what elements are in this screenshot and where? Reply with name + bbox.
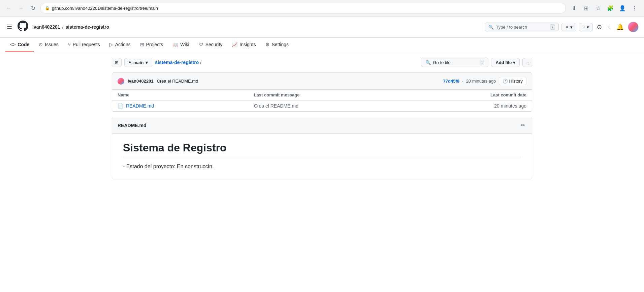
col-commit-date: Last commit date [390, 92, 526, 97]
commit-time: 20 minutes ago [466, 79, 496, 84]
nav-insights[interactable]: 📈 Insights [227, 38, 260, 52]
add-file-label: Add file [495, 60, 512, 65]
notifications-icon-button[interactable]: 🔔 [615, 22, 625, 32]
history-label: History [509, 79, 523, 84]
table-row[interactable]: 📄 README.md Crea el README.md 20 minutes… [112, 100, 532, 111]
readme-edit-button[interactable]: ✏ [519, 121, 526, 130]
translate-icon[interactable]: ⊞ [581, 3, 591, 13]
code-icon: <> [10, 42, 15, 47]
breadcrumb: Ivan0402201 / sistema-de-registro [32, 24, 109, 30]
header-left: ☰ Ivan0402201 / sistema-de-registro [5, 21, 109, 33]
col-commit-msg: Last commit message [254, 92, 390, 97]
nav-pullrequests[interactable]: ⑂ Pull requests [63, 38, 105, 52]
branch-name: main [133, 60, 143, 65]
copilot-chevron: ▾ [570, 25, 573, 30]
nav-projects-label: Projects [146, 42, 163, 47]
global-search[interactable]: 🔍 Type / to search / [485, 23, 559, 31]
nav-code-label: Code [18, 42, 29, 47]
forward-button[interactable]: → [16, 3, 26, 13]
nav-security[interactable]: 🛡 Security [194, 38, 227, 52]
issues-icon: ⊙ [39, 42, 43, 47]
header-right: 🔍 Type / to search / ✦ ▾ + ▾ ⊙ ⑂ 🔔 [485, 22, 639, 32]
goto-file-button[interactable]: 🔍 Go to file t [421, 58, 488, 67]
breadcrumb-user[interactable]: Ivan0402201 [32, 24, 60, 30]
nav-settings-label: Settings [272, 42, 289, 47]
breadcrumb-repo[interactable]: sistema-de-registro [65, 24, 109, 30]
commit-meta: 77d45f8 · 20 minutes ago 🕐 History [443, 77, 526, 85]
github-header: ☰ Ivan0402201 / sistema-de-registro 🔍 Ty… [0, 17, 644, 38]
branch-chevron: ▾ [146, 60, 148, 65]
commit-message: Crea el README.md [157, 79, 198, 84]
readme-section: README.md ✏ Sistema de Registro - Estado… [112, 117, 532, 179]
reload-button[interactable]: ↻ [28, 3, 38, 13]
add-file-chevron: ▾ [513, 60, 515, 65]
commit-hash[interactable]: 77d45f8 [443, 79, 459, 84]
search-icon: 🔍 [488, 25, 494, 30]
readme-main-title: Sistema de Registro [123, 142, 521, 157]
nav-security-label: Security [205, 42, 223, 47]
nav-issues[interactable]: ⊙ Issues [34, 38, 63, 52]
col-name: Name [118, 92, 254, 97]
branch-selector[interactable]: ⑂ main ▾ [124, 58, 152, 67]
copilot-button[interactable]: ✦ ▾ [561, 23, 576, 31]
plus-icon: + [583, 25, 585, 30]
file-table-header: Name Last commit message Last commit dat… [112, 90, 532, 100]
nav-pr-label: Pull requests [73, 42, 100, 47]
actions-icon: ▷ [109, 42, 113, 47]
readme-content: - Estado del proyecto: En construccin. [123, 163, 521, 171]
pr-icon: ⑂ [68, 42, 71, 47]
new-button[interactable]: + ▾ [579, 23, 593, 31]
address-bar[interactable]: 🔒 github.com/Ivan0402201/sistema-de-regi… [40, 3, 566, 13]
add-file-button[interactable]: Add file ▾ [491, 58, 520, 67]
breadcrumb-path-sep: / [200, 60, 201, 65]
profile-icon[interactable]: 👤 [617, 3, 628, 13]
breadcrumb-repo-link[interactable]: sistema-de-registro [155, 60, 199, 65]
file-name-cell: 📄 README.md [118, 103, 254, 109]
more-options-button[interactable]: ··· [522, 58, 532, 67]
issues-icon-button[interactable]: ⊙ [595, 22, 603, 32]
commit-author[interactable]: Ivan0402201 [128, 79, 154, 84]
back-button[interactable]: ← [4, 3, 13, 13]
more-icon: ··· [525, 60, 529, 65]
download-icon[interactable]: ⬇ [569, 3, 579, 13]
file-table: Name Last commit message Last commit dat… [112, 90, 532, 112]
user-avatar[interactable] [628, 22, 639, 32]
goto-file-search-icon: 🔍 [425, 60, 431, 65]
bookmark-icon[interactable]: ☆ [593, 3, 604, 13]
goto-file-label: Go to file [433, 60, 450, 65]
file-breadcrumb: sistema-de-registro / [155, 60, 201, 65]
search-shortcut: / [550, 24, 555, 30]
more-menu-icon[interactable]: ⋮ [629, 3, 640, 13]
github-logo[interactable] [18, 21, 28, 33]
settings-icon: ⚙ [265, 42, 270, 47]
nav-projects[interactable]: ⊞ Projects [135, 38, 168, 52]
search-placeholder: Type / to search [496, 25, 527, 30]
security-icon: 🛡 [199, 42, 203, 47]
nav-actions[interactable]: ▷ Actions [105, 38, 135, 52]
history-button[interactable]: 🕐 History [499, 77, 526, 85]
extension-icon[interactable]: 🧩 [605, 3, 616, 13]
sidebar-toggle-icon: ⊞ [115, 60, 119, 65]
nav-code[interactable]: <> Code [5, 38, 34, 52]
sidebar-toggle[interactable]: ⊞ [112, 58, 122, 67]
history-icon: 🕐 [503, 79, 508, 84]
insights-icon: 📈 [232, 42, 237, 47]
hamburger-menu[interactable]: ☰ [5, 22, 13, 32]
nav-wiki[interactable]: 📖 Wiki [168, 38, 194, 52]
copilot-icon: ✦ [565, 25, 569, 30]
commit-separator: · [462, 79, 463, 84]
nav-insights-label: Insights [239, 42, 256, 47]
file-icon: 📄 [118, 103, 123, 109]
file-commit-date: 20 minutes ago [390, 103, 526, 109]
lock-icon: 🔒 [45, 6, 50, 10]
nav-settings[interactable]: ⚙ Settings [261, 38, 294, 52]
file-commit-message: Crea el README.md [254, 103, 390, 109]
browser-chrome: ← → ↻ 🔒 github.com/Ivan0402201/sistema-d… [0, 0, 644, 17]
readme-title: README.md [118, 123, 147, 128]
main-content: ⊞ ⑂ main ▾ sistema-de-registro / 🔍 Go to… [106, 52, 538, 184]
file-link[interactable]: README.md [126, 103, 154, 109]
url-text: github.com/Ivan0402201/sistema-de-regist… [52, 6, 158, 11]
pullrequests-icon-button[interactable]: ⑂ [606, 22, 612, 32]
readme-body: Sistema de Registro - Estado del proyect… [112, 134, 532, 179]
commit-info-bar: Ivan0402201 Crea el README.md 77d45f8 · … [112, 72, 532, 90]
